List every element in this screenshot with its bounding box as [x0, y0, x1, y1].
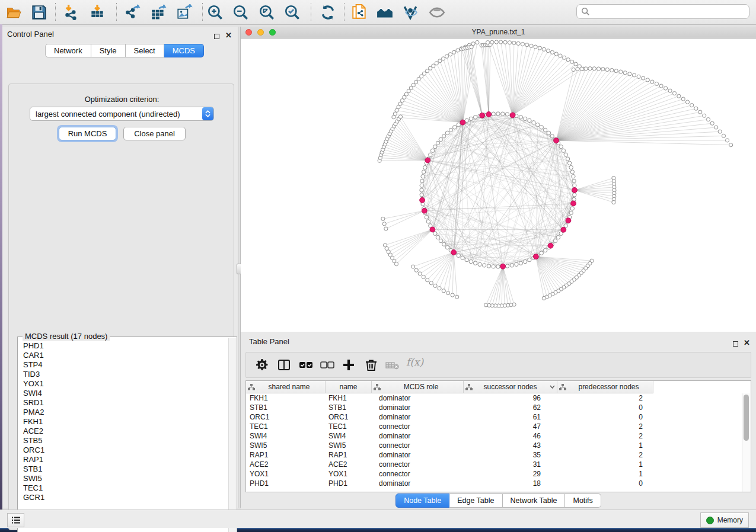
tab-motifs[interactable]: Motifs — [565, 493, 601, 508]
float-table-panel-icon[interactable] — [733, 338, 738, 349]
network-canvas[interactable] — [241, 39, 756, 332]
task-history-button[interactable] — [7, 513, 24, 527]
control-panel: Control Panel ✕ NetworkStyleSelectMCDS O… — [2, 27, 238, 508]
cell-predecessor-nodes: 0 — [557, 479, 653, 488]
tab-node-table[interactable]: Node Table — [395, 493, 449, 508]
table-row[interactable]: PHD1PHD1dominator180 — [246, 479, 653, 488]
show-columns-icon[interactable] — [277, 358, 291, 372]
memory-button[interactable]: Memory — [700, 512, 749, 528]
zoom-selected-icon[interactable] — [284, 4, 301, 21]
column-header-name[interactable]: name — [326, 381, 372, 393]
refresh-layout-icon[interactable] — [320, 4, 336, 21]
cell-name: ORC1 — [326, 413, 372, 421]
mcds-result-item[interactable]: SWI4 — [18, 389, 229, 398]
import-network-icon[interactable] — [63, 4, 79, 21]
table-row[interactable]: ACE2ACE2connector311 — [246, 460, 653, 469]
tab-select[interactable]: Select — [126, 44, 164, 57]
cell-MCDS-role: dominator — [372, 403, 464, 412]
add-row-icon[interactable] — [342, 358, 356, 372]
close-table-panel-icon[interactable]: ✕ — [744, 337, 750, 348]
delete-row-icon[interactable] — [364, 358, 378, 372]
toolbar-separator — [55, 3, 56, 21]
mcds-result-item[interactable]: PHD1 — [18, 341, 229, 351]
mcds-result-item[interactable]: STB5 — [18, 436, 229, 446]
column-header-predecessor-nodes[interactable]: predecessor nodes — [557, 381, 653, 393]
table-scrollbar-thumb[interactable] — [744, 395, 749, 441]
cell-MCDS-role: connector — [372, 470, 464, 478]
mcds-result-item[interactable]: CAR1 — [18, 351, 229, 360]
mcds-result-item[interactable]: STB1 — [18, 464, 229, 474]
table-scrollbar[interactable] — [742, 393, 750, 492]
zoom-fit-icon[interactable] — [259, 4, 275, 21]
tab-edge-table[interactable]: Edge Table — [449, 493, 502, 508]
save-session-icon[interactable] — [31, 4, 47, 21]
gene-view-icon[interactable] — [402, 4, 419, 21]
table-row[interactable]: ORC1ORC1dominator610 — [246, 412, 653, 422]
tab-network-table[interactable]: Network Table — [503, 493, 566, 508]
toolbar-separator — [116, 3, 117, 21]
close-panel-icon[interactable]: ✕ — [225, 30, 232, 40]
mcds-result-item[interactable]: RAP1 — [18, 455, 229, 464]
network-file-icon[interactable] — [351, 4, 368, 21]
mcds-result-item[interactable]: ORC1 — [18, 446, 229, 455]
optimization-criterion-select[interactable]: largest connected component (undirected) — [30, 107, 214, 121]
show-hide-icon[interactable] — [429, 4, 445, 21]
table-row[interactable]: SWI4SWI4dominator462 — [246, 431, 653, 441]
export-network-icon[interactable] — [125, 4, 141, 21]
mcds-result-item[interactable]: STP4 — [18, 360, 229, 370]
table-row[interactable]: STB1STB1dominator620 — [246, 403, 653, 412]
open-session-icon[interactable] — [6, 4, 23, 21]
table-row[interactable]: TEC1TEC1connector472 — [246, 422, 653, 431]
open-in-ndex-icon[interactable] — [377, 4, 393, 21]
column-header-MCDS-role[interactable]: MCDS role — [372, 381, 464, 393]
cell-predecessor-nodes: 0 — [557, 403, 653, 412]
mcds-result-item[interactable]: SRD1 — [18, 398, 229, 408]
column-header-shared-name[interactable]: shared name — [246, 381, 326, 393]
deselect-all-icon[interactable] — [320, 358, 335, 372]
mcds-result-item[interactable]: YOX1 — [18, 379, 229, 389]
tab-network[interactable]: Network — [45, 44, 91, 57]
float-panel-icon[interactable] — [214, 31, 219, 41]
cell-name: SWI5 — [326, 441, 372, 450]
settings-gear-icon[interactable] — [255, 358, 269, 372]
tab-style[interactable]: Style — [91, 44, 126, 57]
cell-predecessor-nodes: 2 — [557, 432, 653, 440]
mcds-result-item[interactable]: SWI5 — [18, 474, 229, 483]
status-bar: Memory — [0, 509, 756, 528]
application-window: Control Panel ✕ NetworkStyleSelectMCDS O… — [0, 0, 756, 532]
zoom-in-icon[interactable] — [207, 4, 224, 21]
search-input[interactable] — [576, 4, 749, 19]
cell-name: SWI4 — [326, 432, 372, 440]
mcds-result-item[interactable]: ACE2 — [18, 427, 229, 436]
table-row[interactable]: SWI5SWI5connector431 — [246, 441, 653, 450]
network-window-titlebar[interactable]: YPA_prune.txt_1 — [241, 27, 756, 39]
export-image-icon[interactable] — [176, 4, 193, 21]
mcds-result-item[interactable]: FKH1 — [18, 417, 229, 427]
result-scrollbar[interactable] — [228, 338, 236, 532]
export-table-icon[interactable] — [150, 4, 167, 21]
cell-name: PHD1 — [326, 479, 372, 488]
cell-shared-name: FKH1 — [246, 394, 326, 402]
cell-MCDS-role: dominator — [372, 432, 464, 440]
column-header-successor-nodes[interactable]: successor nodes — [464, 381, 557, 393]
main-toolbar — [0, 0, 756, 25]
network-window-title: YPA_prune.txt_1 — [241, 28, 756, 36]
run-mcds-button[interactable]: Run MCDS — [59, 127, 116, 140]
mcds-result-list[interactable]: PHD1CAR1STP4TID3YOX1SWI4SRD1PMA2FKH1ACE2… — [18, 341, 229, 532]
zoom-out-icon[interactable] — [232, 4, 249, 21]
optimization-criterion-label: Optimization criterion: — [9, 95, 235, 104]
mcds-result-item[interactable]: PMA2 — [18, 408, 229, 417]
import-table-icon[interactable] — [89, 4, 106, 21]
select-all-icon[interactable] — [298, 358, 314, 372]
mcds-result-item[interactable]: GCR1 — [18, 493, 229, 502]
mcds-result-item[interactable]: TID3 — [18, 370, 229, 379]
tab-mcds[interactable]: MCDS — [164, 44, 204, 57]
close-panel-button[interactable]: Close panel — [123, 127, 186, 140]
table-panel-tabs: Node TableEdge TableNetwork TableMotifs — [241, 493, 756, 508]
table-row[interactable]: YOX1YOX1connector291 — [246, 469, 653, 479]
table-row[interactable]: FKH1FKH1dominator962 — [246, 393, 653, 403]
table-row[interactable]: RAP1RAP1dominator352 — [246, 450, 653, 460]
cell-successor-nodes: 29 — [464, 470, 557, 478]
selected-option: largest connected component (undirected) — [30, 110, 202, 118]
mcds-result-item[interactable]: TEC1 — [18, 483, 229, 493]
